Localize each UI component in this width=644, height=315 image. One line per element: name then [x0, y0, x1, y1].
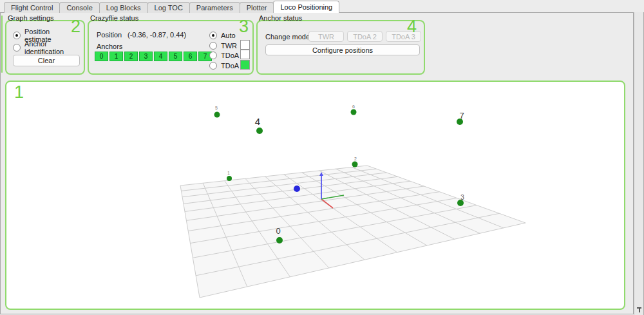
- tab-log-blocks[interactable]: Log Blocks: [99, 2, 148, 13]
- mode-indicator-tdoa-2: [240, 50, 250, 59]
- anchor-status-title: Anchor status: [259, 14, 302, 22]
- anchor-dot-1: [227, 176, 232, 181]
- anchor-dot-4: [256, 128, 263, 134]
- radio-label: TWR: [221, 42, 237, 50]
- mode-indicator-tdoa-3: [240, 60, 250, 70]
- anchor-status-panel: Change mode: TWRTDoA 2TDoA 3 Configure p…: [256, 20, 425, 75]
- radio-mode-tdoa-3[interactable]: TDoA 3: [209, 61, 245, 70]
- anchor-dot-0: [276, 237, 283, 243]
- radio-label: Anchor identification: [24, 40, 64, 55]
- anchor-indicator-3: 3: [139, 52, 153, 61]
- scroll-grip-icon[interactable]: [636, 307, 642, 312]
- tab-plotter[interactable]: Plotter: [240, 2, 274, 13]
- tab-log-toc[interactable]: Log TOC: [147, 2, 190, 13]
- floor-grid: [180, 166, 526, 298]
- tab-parameters[interactable]: Parameters: [189, 2, 240, 13]
- anchor-label-5: 5: [215, 106, 218, 110]
- radio-anchor-identification[interactable]: Anchor identification: [13, 43, 64, 52]
- radio-circle-icon[interactable]: [209, 62, 217, 70]
- anchor-indicator-0: 0: [95, 52, 108, 61]
- anchor-indicator-6: 6: [184, 52, 197, 61]
- radio-circle-icon[interactable]: [13, 44, 21, 52]
- anchor-dot-5: [214, 112, 220, 118]
- position-label: Position: [97, 31, 122, 39]
- anchor-dot-3: [457, 200, 464, 206]
- configure-positions-button[interactable]: Configure positions: [265, 44, 420, 55]
- radio-circle-icon[interactable]: [209, 52, 217, 59]
- anchor-indicator-5: 5: [169, 52, 182, 61]
- radio-label: Auto: [221, 32, 236, 39]
- tab-loco-positioning[interactable]: Loco Positioning: [273, 1, 339, 13]
- anchor-dot-6: [351, 110, 357, 115]
- anchor-label-0: 0: [276, 226, 280, 236]
- anchor-dot-7: [457, 119, 463, 125]
- anchor-indicator-4: 4: [154, 52, 167, 61]
- crazyflie-status-title: Crazyflie status: [90, 14, 138, 22]
- position-value: (-0.36, -0.87, 0.44): [128, 31, 186, 39]
- anchor-indicator-1: 1: [109, 52, 123, 61]
- anchor-indicator-2: 2: [124, 52, 138, 61]
- anchor-label-6: 6: [352, 104, 355, 109]
- loco-3d-view[interactable]: 01234567: [6, 82, 624, 309]
- accent-left-strip: [1, 15, 3, 73]
- radio-mode-auto[interactable]: Auto: [209, 31, 236, 40]
- mode-button-twr[interactable]: TWR: [308, 31, 344, 42]
- step-badge-2: 2: [71, 18, 80, 35]
- vertical-scrollbar[interactable]: [634, 12, 644, 315]
- tab-bar: Flight ControlConsoleLog BlocksLog TOCPa…: [4, 1, 339, 13]
- change-mode-label: Change mode:: [265, 33, 312, 41]
- radio-mode-tdoa-2[interactable]: TDoA 2: [209, 51, 245, 60]
- crazyflie-status-panel: Position (-0.36, -0.87, 0.44) Anchors 01…: [88, 20, 254, 75]
- step-badge-1: 1: [14, 84, 24, 101]
- tab-console[interactable]: Console: [59, 2, 99, 13]
- anchors-label: Anchors: [97, 43, 122, 50]
- radio-circle-icon[interactable]: [209, 42, 217, 50]
- anchor-label-2: 2: [354, 157, 357, 161]
- anchor-status-boxes: 01234567: [95, 52, 212, 61]
- crazyflie-position-dot: [294, 186, 300, 192]
- graph-settings-title: Graph settings: [8, 14, 54, 22]
- anchor-dot-2: [352, 162, 358, 167]
- clear-button[interactable]: Clear: [13, 55, 80, 66]
- step-badge-3: 3: [239, 18, 249, 35]
- tab-flight-control[interactable]: Flight Control: [4, 2, 60, 13]
- radio-position-estimate[interactable]: Position estimate: [13, 31, 52, 40]
- anchor-label-4: 4: [255, 116, 260, 127]
- anchor-label-1: 1: [227, 171, 230, 175]
- mode-indicator-twr: [240, 40, 250, 50]
- radio-circle-icon[interactable]: [209, 32, 217, 39]
- radio-mode-twr[interactable]: TWR: [209, 41, 237, 50]
- step-badge-4: 4: [407, 18, 417, 35]
- radio-circle-icon[interactable]: [13, 32, 21, 39]
- mode-button-tdoa-2[interactable]: TDoA 2: [347, 31, 383, 42]
